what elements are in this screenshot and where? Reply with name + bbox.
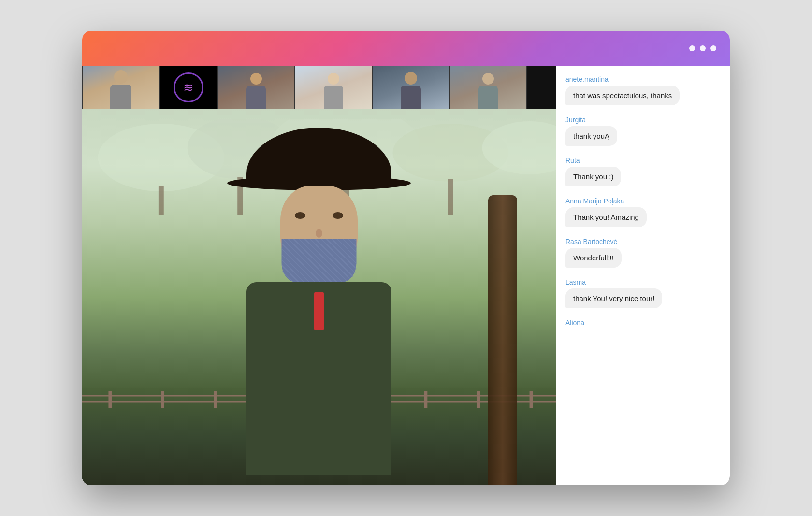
window-dot-1[interactable] (689, 45, 695, 51)
chat-message-4: Anna Marija Poļaka Thank you! Amazing (566, 197, 720, 227)
chat-bubble-2: thank youĄ (566, 126, 617, 146)
window-controls (689, 45, 716, 51)
presenter-figure (218, 109, 420, 485)
participant-thumb-1[interactable] (82, 66, 160, 109)
chat-message-2: Jurgita thank youĄ (566, 116, 720, 146)
chat-sender-4: Anna Marija Poļaka (566, 197, 720, 205)
video-section: ≋ (82, 66, 556, 485)
svg-rect-8 (448, 179, 453, 215)
svg-rect-12 (161, 391, 164, 408)
svg-rect-5 (159, 186, 164, 215)
app-window: ≋ (82, 31, 730, 485)
title-bar (82, 31, 730, 66)
participant-thumb-5[interactable] (450, 66, 527, 109)
chat-sender-7: Aliona (566, 319, 720, 327)
participant-thumb-3[interactable] (295, 66, 372, 109)
chat-sender-5: Rasa Bartochevė (566, 238, 720, 245)
chat-message-1: anete.mantina that was spectactulous, th… (566, 75, 720, 105)
svg-rect-17 (424, 391, 428, 408)
window-dot-2[interactable] (700, 45, 706, 51)
chat-sender-6: Lasma (566, 278, 720, 286)
logo-circle: ≋ (174, 72, 203, 102)
main-video (82, 109, 556, 485)
chat-sender-2: Jurgita (566, 116, 720, 124)
chat-panel: anete.mantina that was spectactulous, th… (556, 66, 730, 485)
chat-message-7: Aliona (566, 319, 720, 329)
svg-rect-13 (214, 391, 217, 408)
participant-strip: ≋ (82, 66, 556, 109)
svg-rect-18 (477, 391, 480, 408)
chat-bubble-4: Thank you! Amazing (566, 207, 647, 227)
participant-thumb-logo: ≋ (160, 66, 218, 109)
window-dot-3[interactable] (710, 45, 716, 51)
chat-message-5: Rasa Bartochevė Wonderfull!!! (566, 238, 720, 268)
chat-bubble-6: thank You! very nice tour! (566, 288, 662, 308)
participant-thumb-4[interactable] (372, 66, 450, 109)
svg-rect-11 (108, 391, 112, 408)
chat-sender-1: anete.mantina (566, 75, 720, 83)
chat-bubble-3: Thank you :) (566, 167, 621, 186)
app-logo-icon: ≋ (183, 80, 194, 95)
chat-sender-3: Rūta (566, 157, 720, 164)
chat-bubble-1: that was spectactulous, thanks (566, 86, 680, 105)
svg-rect-19 (530, 391, 533, 408)
chat-message-6: Lasma thank You! very nice tour! (566, 278, 720, 308)
main-content: ≋ (82, 66, 730, 485)
chat-message-3: Rūta Thank you :) (566, 157, 720, 186)
participant-thumb-2[interactable] (218, 66, 295, 109)
chat-bubble-5: Wonderfull!!! (566, 248, 622, 268)
